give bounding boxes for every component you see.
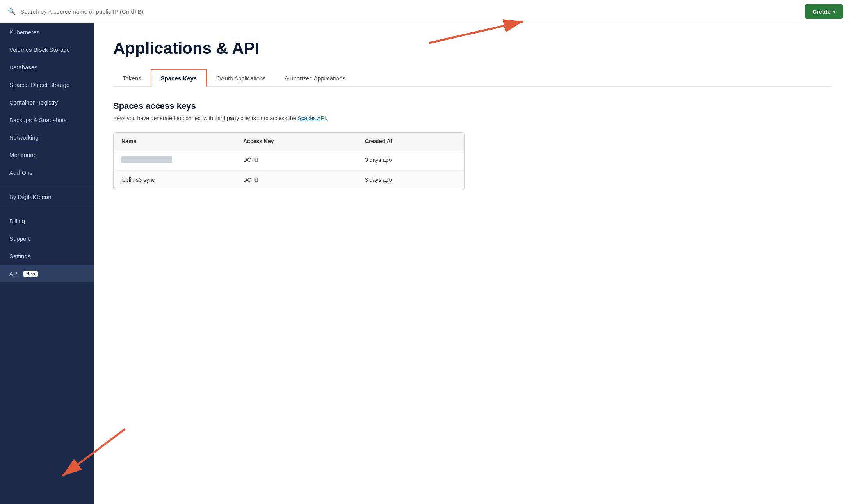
cell-created-at: 3 days ago xyxy=(365,177,456,183)
spaces-api-link[interactable]: Spaces API. xyxy=(297,115,327,121)
sidebar-item-label: Container Registry xyxy=(9,99,58,106)
create-button[interactable]: Create ▾ xyxy=(805,4,843,19)
sidebar: Kubernetes Volumes Block Storage Databas… xyxy=(0,23,94,504)
sidebar-item-monitoring[interactable]: Monitoring xyxy=(0,146,94,164)
sidebar-item-kubernetes[interactable]: Kubernetes xyxy=(0,23,94,41)
tab-tokens[interactable]: Tokens xyxy=(113,69,151,87)
create-label: Create xyxy=(812,8,831,15)
copy-icon[interactable]: ⧉ xyxy=(254,176,258,183)
sidebar-item-volumes[interactable]: Volumes Block Storage xyxy=(0,41,94,59)
sidebar-item-spaces[interactable]: Spaces Object Storage xyxy=(0,76,94,94)
spaces-keys-table: Name Access Key Created At DC ⧉ 3 days a… xyxy=(113,132,465,190)
new-badge: New xyxy=(23,271,38,277)
sidebar-item-label: Networking xyxy=(9,134,39,141)
sidebar-item-container-registry[interactable]: Container Registry xyxy=(0,94,94,111)
sidebar-item-addons[interactable]: Add-Ons xyxy=(0,164,94,181)
sidebar-item-label: Spaces Object Storage xyxy=(9,82,69,88)
sidebar-item-label: Support xyxy=(9,235,30,242)
sidebar-item-label: Monitoring xyxy=(9,152,37,158)
col-header-name: Name xyxy=(121,138,243,144)
table-row: joplin-s3-sync DC ⧉ 3 days ago xyxy=(114,170,464,190)
page-title: Applications & API xyxy=(113,39,831,58)
main-content: Applications & API Tokens Spaces Keys OA… xyxy=(94,23,851,504)
copy-icon[interactable]: ⧉ xyxy=(254,156,258,163)
sidebar-item-label: Add-Ons xyxy=(9,169,32,176)
col-header-created-at: Created At xyxy=(365,138,456,144)
sidebar-item-label: Settings xyxy=(9,253,30,259)
cell-access-key: DC ⧉ xyxy=(243,156,365,163)
sidebar-item-backups[interactable]: Backups & Snapshots xyxy=(0,111,94,129)
sidebar-item-api[interactable]: API New xyxy=(0,265,94,282)
sidebar-item-by-do[interactable]: By DigitalOcean xyxy=(0,188,94,206)
search-input[interactable] xyxy=(20,8,800,15)
sidebar-item-label: Billing xyxy=(9,218,25,224)
cell-name: joplin-s3-sync xyxy=(121,177,243,183)
tab-authorized[interactable]: Authorized Applications xyxy=(275,69,355,87)
cell-access-key: DC ⧉ xyxy=(243,176,365,183)
sidebar-item-settings[interactable]: Settings xyxy=(0,247,94,265)
sidebar-item-networking[interactable]: Networking xyxy=(0,129,94,146)
tab-spaces-keys[interactable]: Spaces Keys xyxy=(151,69,207,87)
chevron-down-icon: ▾ xyxy=(833,9,835,14)
sidebar-item-label: Databases xyxy=(9,64,37,71)
section-description: Keys you have generated to connect with … xyxy=(113,115,831,121)
cell-created-at: 3 days ago xyxy=(365,157,456,163)
table-header: Name Access Key Created At xyxy=(114,133,464,150)
sidebar-item-databases[interactable]: Databases xyxy=(0,59,94,76)
search-icon: 🔍 xyxy=(8,8,16,15)
sidebar-item-label: Kubernetes xyxy=(9,29,39,35)
sidebar-item-label: API xyxy=(9,270,19,277)
section-title: Spaces access keys xyxy=(113,101,831,111)
sidebar-item-label: Backups & Snapshots xyxy=(9,117,67,123)
sidebar-item-label: By DigitalOcean xyxy=(9,193,52,200)
sidebar-item-support[interactable]: Support xyxy=(0,230,94,247)
table-row: DC ⧉ 3 days ago xyxy=(114,150,464,170)
cell-name xyxy=(121,156,243,163)
blurred-name xyxy=(121,156,172,163)
sidebar-item-label: Volumes Block Storage xyxy=(9,46,70,53)
col-header-access-key: Access Key xyxy=(243,138,365,144)
tab-oauth[interactable]: OAuth Applications xyxy=(207,69,275,87)
sidebar-item-billing[interactable]: Billing xyxy=(0,212,94,230)
tabs-nav: Tokens Spaces Keys OAuth Applications Au… xyxy=(113,69,831,87)
